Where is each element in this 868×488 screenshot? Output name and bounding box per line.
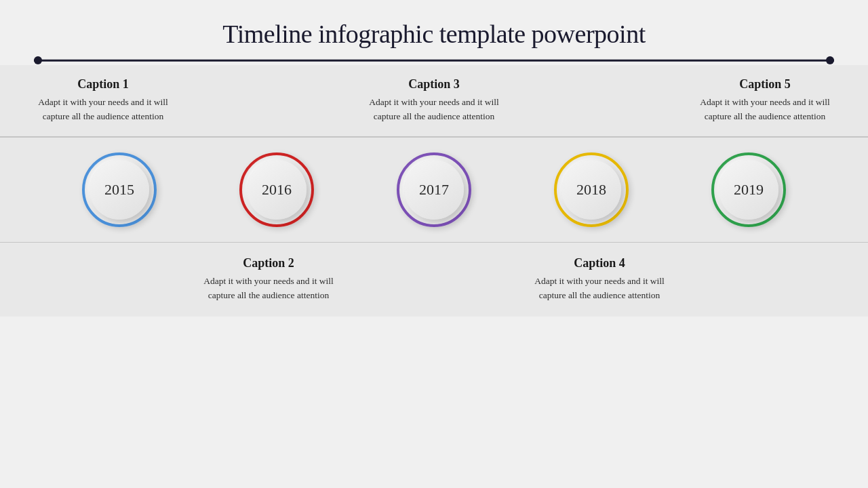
year-2019: 2019 bbox=[734, 181, 764, 199]
caption-text-2: Adapt it with your needs and it will cap… bbox=[201, 274, 336, 303]
circle-inner-2016: 2016 bbox=[247, 160, 307, 220]
caption-block-4: Caption 4 Adapt it with your needs and i… bbox=[532, 256, 667, 303]
circle-inner-2019: 2019 bbox=[719, 160, 778, 220]
circle-outer-yellow: 2018 bbox=[554, 152, 629, 227]
year-2018: 2018 bbox=[576, 181, 606, 199]
caption-text-4: Adapt it with your needs and it will cap… bbox=[532, 274, 667, 303]
caption-title-3: Caption 3 bbox=[366, 77, 502, 92]
caption-text-3: Adapt it with your needs and it will cap… bbox=[366, 96, 502, 124]
caption-text-5: Adapt it with your needs and it will cap… bbox=[697, 96, 833, 124]
circle-2018: 2018 bbox=[554, 152, 629, 227]
circle-2017: 2017 bbox=[397, 152, 471, 227]
year-2016: 2016 bbox=[262, 181, 292, 199]
page-title: Timeline infographic template powerpoint bbox=[222, 19, 645, 49]
caption-title-2: Caption 2 bbox=[201, 256, 336, 270]
caption-block-5: Caption 5 Adapt it with your needs and i… bbox=[697, 77, 833, 124]
circle-2015: 2015 bbox=[82, 152, 157, 227]
circle-outer-blue: 2015 bbox=[82, 152, 157, 227]
caption-text-1: Adapt it with your needs and it will cap… bbox=[35, 96, 171, 124]
circle-inner-2017: 2017 bbox=[404, 160, 464, 220]
caption-block-1: Caption 1 Adapt it with your needs and i… bbox=[35, 77, 171, 124]
caption-title-5: Caption 5 bbox=[697, 77, 833, 92]
caption-block-3: Caption 3 Adapt it with your needs and i… bbox=[366, 77, 502, 124]
circle-outer-red: 2016 bbox=[239, 152, 314, 227]
year-2017: 2017 bbox=[419, 181, 449, 199]
caption-title-1: Caption 1 bbox=[35, 77, 171, 92]
circle-inner-2018: 2018 bbox=[561, 160, 621, 220]
caption-title-4: Caption 4 bbox=[532, 256, 667, 270]
timeline-line bbox=[34, 56, 834, 65]
circle-2019: 2019 bbox=[711, 152, 786, 227]
main-content: Caption 1 Adapt it with your needs and i… bbox=[0, 65, 868, 317]
year-2015: 2015 bbox=[104, 181, 134, 199]
lower-captions: Caption 2 Adapt it with your needs and i… bbox=[0, 243, 868, 317]
circle-2016: 2016 bbox=[239, 152, 314, 227]
caption-block-2: Caption 2 Adapt it with your needs and i… bbox=[201, 256, 336, 303]
circle-inner-2015: 2015 bbox=[90, 160, 149, 220]
circles-row: 2015 2016 2017 2018 bbox=[0, 137, 868, 243]
upper-captions: Caption 1 Adapt it with your needs and i… bbox=[0, 65, 868, 137]
circle-outer-green: 2019 bbox=[711, 152, 786, 227]
circle-outer-purple: 2017 bbox=[397, 152, 471, 227]
